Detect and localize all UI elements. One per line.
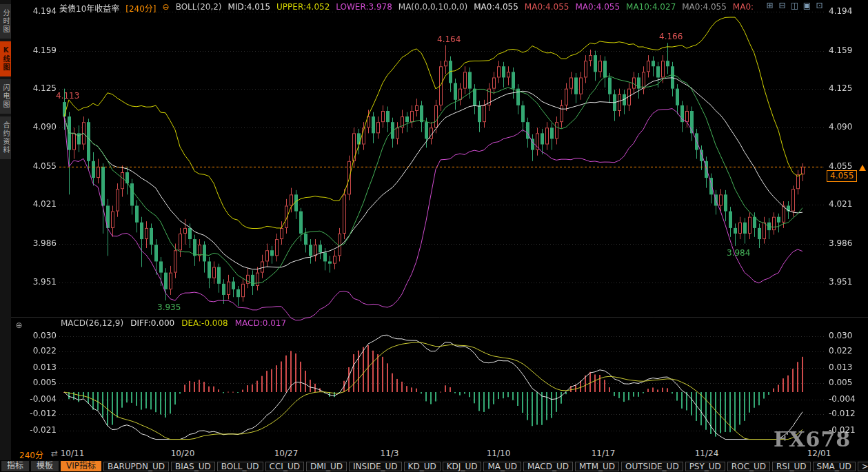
tab-SMA_UD[interactable]: SMA_UD: [813, 462, 856, 471]
tab-PSY_UD[interactable]: PSY_UD: [685, 462, 725, 471]
tab-MTM_UD[interactable]: MTM_UD: [575, 462, 619, 471]
boll-lower-value: LOWER:3.978: [336, 2, 392, 12]
tab->[interactable]: >: [858, 462, 868, 471]
date-label-11/24: 11/24: [693, 449, 720, 458]
boll-label: BOLL(20,2): [176, 2, 222, 12]
sidebar-tab-4[interactable]: 合约资料: [0, 116, 11, 159]
tab-DMI_UD[interactable]: DMI_UD: [306, 462, 347, 471]
tab-BARUPDN_UD[interactable]: BARUPDN_UD: [103, 462, 169, 471]
current-price-value: 4.055: [830, 171, 854, 181]
indicator-info-bar: 美债10年收益率[240分]⊖BOLL(20,2)MID:4.015UPPER:…: [59, 2, 754, 12]
macd-info-bar: MACD(26,12,9)DIFF:0.000DEA:-0.008MACD:0.…: [61, 318, 286, 328]
axis-tick-label: 0.005: [11, 378, 57, 387]
period-tag: [240分]: [125, 2, 156, 12]
tab-KD_UD[interactable]: KD_UD: [404, 462, 441, 471]
price-pointer-icon: [859, 165, 866, 171]
trading-terminal-window: 分时图K线图闪电图合约资料 美债10年收益率[240分]⊖BOLL(20,2)M…: [0, 0, 868, 472]
chart-area: 美债10年收益率[240分]⊖BOLL(20,2)MID:4.015UPPER:…: [11, 0, 868, 447]
axis-tick-label: 0.005: [829, 378, 852, 387]
tab-KDJ_UD[interactable]: KDJ_UD: [443, 462, 482, 471]
chart-type-sidebar: 分时图K线图闪电图合约资料: [0, 0, 11, 460]
chart-title: 美债10年收益率: [59, 2, 119, 12]
tab-MA_UD[interactable]: MA_UD: [483, 462, 521, 471]
ma0-value-1: MA0:4.055: [474, 2, 518, 12]
layout-single-icon[interactable]: ▣: [803, 1, 811, 10]
axis-tick-label: 3.951: [829, 277, 852, 287]
sidebar-tab-1[interactable]: 分时图: [0, 4, 11, 39]
date-label-11/3: 11/3: [376, 449, 403, 458]
layout-maximize-icon[interactable]: ⊡: [815, 1, 824, 10]
axis-tick-label: 4.090: [11, 122, 57, 132]
ma0-value-4: MA0:4.055: [682, 2, 727, 12]
macd-value: MACD:0.017: [235, 318, 286, 328]
price-annotation: 3.984: [727, 248, 750, 258]
horizontal-scroll-icon[interactable]: ⇄: [51, 449, 58, 458]
axis-tick-label: 4.194: [829, 6, 852, 16]
tab-VIP指标[interactable]: VIP指标: [61, 461, 101, 471]
axis-tick-label: 0.030: [829, 331, 852, 340]
tab-BOLL_UD[interactable]: BOLL_UD: [217, 462, 263, 471]
axis-tick-label: 4.125: [11, 83, 57, 93]
date-label-11/10: 11/10: [485, 449, 512, 458]
axis-tick-label: -0.004: [11, 394, 57, 404]
macd-dea-value: DEA:-0.008: [181, 318, 228, 328]
sidebar-tab-2[interactable]: K线图: [0, 41, 11, 76]
axis-tick-label: 4.159: [11, 45, 57, 55]
tab-OUTSIDE_UD[interactable]: OUTSIDE_UD: [621, 462, 683, 471]
tab-模板[interactable]: 模板: [31, 461, 59, 471]
layout-split-horizontal-icon[interactable]: ⊟: [778, 1, 787, 10]
axis-tick-label: 4.090: [829, 122, 852, 132]
boll-upper-value: UPPER:4.052: [276, 2, 330, 12]
date-label-10/20: 10/20: [169, 449, 196, 458]
axis-tick-label: 4.021: [829, 199, 852, 209]
ma0-value-3: MA0:4.055: [575, 2, 620, 12]
tab-CCI_UD[interactable]: CCI_UD: [265, 462, 304, 471]
layout-grid-icon[interactable]: ⊞: [765, 1, 774, 10]
axis-tick-label: 4.055: [11, 161, 57, 171]
tab-指标[interactable]: 指标: [1, 461, 29, 471]
axis-tick-label: 0.013: [11, 362, 57, 372]
macd-label: MACD(26,12,9): [61, 318, 123, 328]
axis-tick-label: 3.986: [11, 238, 57, 248]
axis-tick-label: -0.012: [829, 409, 856, 418]
price-annotation: 4.164: [437, 34, 461, 44]
axis-tick-label: 3.951: [11, 277, 57, 287]
ma-label: MA(0,0,0,10,0,0): [398, 2, 467, 12]
period-label: 240分: [19, 449, 43, 460]
price-annotation: 4.113: [56, 91, 79, 101]
axis-tick-label: 0.013: [829, 362, 852, 372]
ma10-value: MA10:4.027: [626, 2, 676, 12]
time-axis-row: 240分 ⇄ 10/1110/2010/2711/311/1011/1711/2…: [11, 447, 868, 460]
axis-tick-label: 4.159: [829, 45, 852, 55]
tab-RSI_UD[interactable]: RSI_UD: [772, 462, 811, 471]
collapse-indicator-icon[interactable]: ⊖: [163, 2, 170, 12]
ma0-value-5: MA0:: [733, 2, 754, 12]
price-annotation: 4.166: [659, 32, 683, 41]
axis-tick-label: 4.021: [11, 199, 57, 209]
tab-MACD_UD[interactable]: MACD_UD: [523, 462, 573, 471]
axis-tick-label: 4.055: [829, 161, 852, 171]
axis-tick-label: -0.012: [11, 409, 57, 418]
indicator-tab-bar: 指标模板VIP指标BARUPDN_UDBIAS_UDBOLL_UDCCI_UDD…: [0, 460, 868, 472]
axis-tick-label: 4.125: [829, 83, 852, 93]
tab-ROC_UD[interactable]: ROC_UD: [727, 462, 770, 471]
axis-tick-label: 4.194: [11, 6, 57, 16]
current-price-tag: 4.055: [827, 170, 857, 182]
date-label-10/11: 10/11: [59, 449, 86, 458]
layout-split-vertical-icon[interactable]: ◫: [790, 1, 799, 10]
date-label-11/17: 11/17: [589, 449, 617, 458]
axis-tick-label: -0.021: [829, 425, 856, 435]
axis-tick-label: 3.986: [829, 238, 852, 248]
tab-INSIDE_UD[interactable]: INSIDE_UD: [349, 462, 402, 471]
indicator-settings-icon[interactable]: ⊕: [14, 321, 23, 330]
tab-BIAS_UD[interactable]: BIAS_UD: [171, 462, 215, 471]
date-label-10/27: 10/27: [272, 449, 300, 458]
price-annotation: 3.935: [157, 302, 181, 312]
boll-mid-value: MID:4.015: [228, 2, 271, 12]
ma0-value-2: MA0:4.055: [525, 2, 569, 12]
axis-tick-label: -0.021: [11, 425, 57, 435]
candlestick-macd-canvas[interactable]: [11, 0, 868, 447]
sidebar-tab-3[interactable]: 闪电图: [0, 79, 11, 114]
axis-tick-label: -0.004: [829, 394, 856, 404]
axis-tick-label: 0.022: [11, 346, 57, 356]
